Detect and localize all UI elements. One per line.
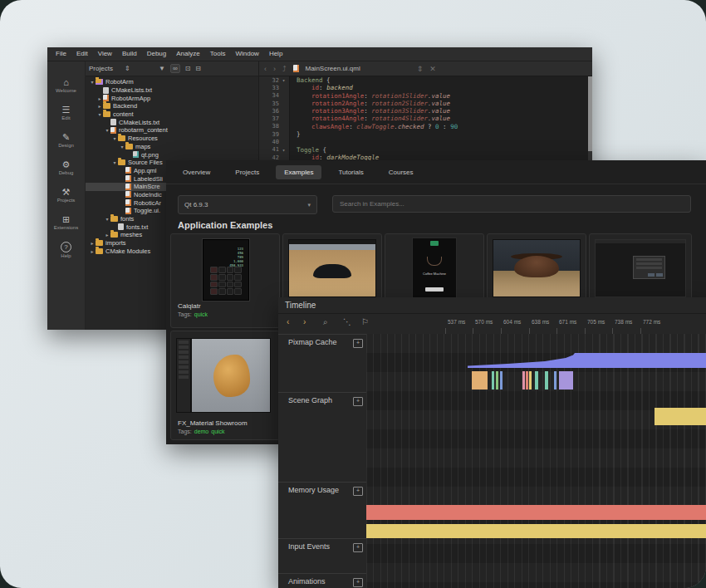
timeline-event-bar[interactable] xyxy=(559,371,573,390)
example-card-car[interactable] xyxy=(282,233,382,303)
tag-link[interactable]: demo xyxy=(194,429,209,434)
menu-item-analyze[interactable]: Analyze xyxy=(171,47,204,61)
tag-link[interactable]: quick xyxy=(211,429,224,434)
timeline-event-bar[interactable] xyxy=(492,371,494,390)
example-card-app[interactable] xyxy=(589,233,692,303)
mode-item-design[interactable]: ✎Design xyxy=(47,126,85,154)
timeline-event-bar[interactable] xyxy=(366,524,706,538)
tree-expander-icon[interactable]: ▸ xyxy=(96,103,103,109)
mode-item-extensions[interactable]: ⊞Extensions xyxy=(47,208,85,236)
menu-item-tools[interactable]: Tools xyxy=(205,47,231,61)
prev-event-icon[interactable]: ‹ xyxy=(287,317,289,326)
tree-expander-icon[interactable]: ▾ xyxy=(111,159,118,165)
qt-version-select[interactable]: Qt 6.9.3 ▾ xyxy=(178,195,317,214)
timeline-event-bar[interactable] xyxy=(526,371,528,390)
code-token: rotation3Slider xyxy=(371,107,428,115)
example-card-coffee-machine[interactable]: Coffee Machine xyxy=(385,233,484,303)
timeline-event-bar[interactable] xyxy=(554,371,556,390)
mode-item-help[interactable]: ?Help xyxy=(47,236,85,263)
example-card-fx-material-showroom[interactable]: FX_Material Showroom Tags:demoquick xyxy=(170,331,280,440)
mode-item-edit[interactable]: ☰Edit xyxy=(47,99,85,126)
menu-item-debug[interactable]: Debug xyxy=(142,47,172,61)
tree-expander-icon[interactable]: ▸ xyxy=(89,248,96,254)
example-card-calqlatr[interactable]: 1234567891,000458,933 Calqlatr Tags:quic… xyxy=(170,233,280,328)
tree-item-resources[interactable]: ▾Resources xyxy=(86,135,258,143)
zoom-icon[interactable]: ⌕ xyxy=(323,317,328,327)
code-token: backend xyxy=(326,84,353,91)
tab-examples[interactable]: Examples xyxy=(276,165,321,179)
split-icon[interactable]: ⊟ xyxy=(195,65,201,72)
timeline-chart[interactable] xyxy=(366,334,706,588)
expand-row-icon[interactable]: + xyxy=(353,339,363,348)
tree-item-cmakelists-txt[interactable]: CMakeLists.txt xyxy=(86,86,258,95)
tab-courses[interactable]: Courses xyxy=(380,165,422,179)
expand-row-icon[interactable]: + xyxy=(353,487,363,496)
tree-expander-icon[interactable]: ▾ xyxy=(96,111,103,117)
menu-item-view[interactable]: View xyxy=(93,47,117,61)
close-tab-icon[interactable]: ✕ xyxy=(429,65,436,73)
timeline-event-bar[interactable] xyxy=(500,371,503,390)
link-icon[interactable]: ∞ xyxy=(170,64,180,73)
expand-row-icon[interactable]: + xyxy=(353,397,363,406)
tree-item-robotarmapp[interactable]: ▸RobotArmApp xyxy=(86,94,258,102)
expand-row-icon[interactable]: + xyxy=(353,578,363,587)
menu-item-file[interactable]: File xyxy=(51,47,71,61)
menu-item-help[interactable]: Help xyxy=(264,47,287,61)
timeline-event-bar[interactable] xyxy=(545,371,548,390)
tab-caret-icon[interactable]: ⇕ xyxy=(417,65,424,73)
menu-item-window[interactable]: Window xyxy=(230,47,263,61)
tree-expander-icon[interactable]: ▾ xyxy=(104,127,110,133)
filter-icon[interactable]: ▼ xyxy=(159,65,165,72)
tree-expander-icon[interactable]: ▾ xyxy=(119,144,125,149)
tree-item-robotarm[interactable]: ▾RobotArm xyxy=(86,78,258,86)
search-input[interactable] xyxy=(332,195,691,213)
mode-item-projects[interactable]: ⚒Projects xyxy=(47,181,85,208)
timeline-event-bar[interactable] xyxy=(366,505,706,520)
tree-item-label: RobotArm xyxy=(105,78,134,86)
tree-expander-icon[interactable]: ▾ xyxy=(104,216,110,222)
tab-projects[interactable]: Projects xyxy=(227,165,267,179)
tree-expander-icon[interactable]: ▸ xyxy=(89,240,96,246)
timeline-event-bar[interactable] xyxy=(522,371,525,390)
mode-item-welcome[interactable]: ⌂Welcome xyxy=(47,71,85,99)
timeline-event-bar[interactable] xyxy=(496,371,498,390)
share-icon[interactable]: ⤴ xyxy=(282,65,287,73)
forward-icon[interactable]: › xyxy=(273,65,276,73)
tree-item-backend[interactable]: ▸Backend xyxy=(86,102,258,110)
tab-overview[interactable]: Overview xyxy=(174,165,218,179)
bookmark-icon[interactable]: ⊡ xyxy=(185,65,191,72)
next-event-icon[interactable]: › xyxy=(303,317,306,326)
timeline-event-bar[interactable] xyxy=(529,371,532,390)
tree-expander-icon[interactable]: ▾ xyxy=(111,135,118,141)
tree-item-maps[interactable]: ▾maps xyxy=(86,143,258,151)
expand-row-icon[interactable]: + xyxy=(353,543,363,552)
editor-scrollbar-thumb[interactable] xyxy=(588,76,592,151)
tree-item-robotarm-content[interactable]: ▾robotarm_content xyxy=(86,126,258,135)
example-title[interactable]: Calqlatr xyxy=(178,302,272,310)
pixmap-cache-usage-area[interactable] xyxy=(468,353,706,368)
timeline-event-bar[interactable] xyxy=(655,408,706,425)
range-select-icon[interactable]: ⋱ xyxy=(343,317,351,326)
back-icon[interactable]: ‹ xyxy=(264,65,267,73)
tree-expander-icon[interactable]: ▸ xyxy=(96,96,103,101)
example-title[interactable]: FX_Material Showroom xyxy=(178,419,272,427)
tree-expander-icon[interactable]: ▾ xyxy=(89,79,96,85)
projects-pane-combo[interactable]: Projects ⇕ xyxy=(89,65,154,72)
fold-marker-icon[interactable]: ▾ xyxy=(281,77,287,83)
example-card-pot[interactable] xyxy=(487,233,586,303)
editor-tab-label[interactable]: MainScreen.ui.qml xyxy=(306,65,360,72)
menu-item-edit[interactable]: Edit xyxy=(71,47,93,61)
qml-icon xyxy=(110,127,116,134)
tree-item-cmakelists-txt[interactable]: CMakeLists.txt xyxy=(86,118,258,126)
mode-item-debug[interactable]: ⚙Debug xyxy=(47,154,85,181)
tag-link[interactable]: quick xyxy=(194,311,208,317)
tree-expander-icon[interactable]: ▸ xyxy=(104,232,110,238)
tree-item-content[interactable]: ▾content xyxy=(86,110,258,119)
timeline-event-bar[interactable] xyxy=(472,371,488,390)
tab-tutorials[interactable]: Tutorials xyxy=(330,165,371,179)
timeline-event-bar[interactable] xyxy=(535,371,538,390)
menu-item-build[interactable]: Build xyxy=(117,47,142,61)
tree-item-qt-png[interactable]: qt.png xyxy=(86,150,258,159)
fold-marker-icon[interactable]: ▾ xyxy=(281,147,287,153)
timeline-row-label: Animations xyxy=(288,577,326,586)
